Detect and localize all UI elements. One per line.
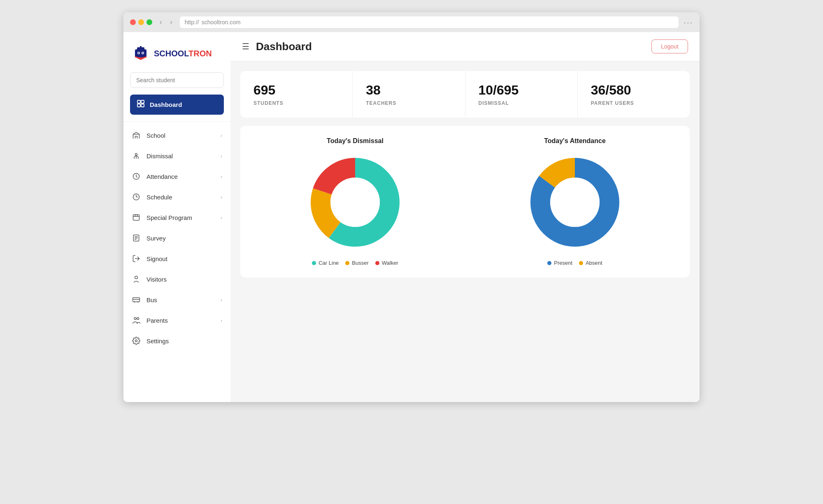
dismissal-label: DISMISSAL	[479, 100, 564, 106]
students-label: STUDENTS	[253, 100, 339, 106]
page-title: Dashboard	[256, 40, 312, 53]
minimize-dot[interactable]	[138, 19, 144, 25]
sidebar-item-schedule[interactable]: Schedule ›	[123, 187, 230, 207]
sidebar-item-bus[interactable]: Bus ›	[123, 289, 230, 310]
legend-busser: Busser	[345, 260, 368, 266]
dashboard-body: 695 STUDENTS 38 TEACHERS 10/695 DISMISSA…	[230, 61, 700, 402]
sidebar-item-survey[interactable]: Survey	[123, 228, 230, 248]
sidebar-item-signout[interactable]: Signout	[123, 248, 230, 269]
dismissal-label: Dismissal	[146, 153, 221, 160]
logo-icon	[132, 44, 150, 62]
sidebar-item-settings[interactable]: Settings	[123, 331, 230, 351]
sidebar-item-dismissal[interactable]: Dismissal ›	[123, 146, 230, 166]
dismissal-chart-title: Today's Dismissal	[327, 137, 384, 145]
special-program-label: Special Program	[146, 214, 221, 221]
present-dot	[547, 261, 551, 265]
svg-rect-24	[133, 298, 140, 302]
svg-point-30	[135, 340, 137, 342]
sidebar-item-special-program[interactable]: Special Program ›	[123, 207, 230, 228]
app-layout: SCHOOLTRON Dashboard	[123, 32, 700, 402]
school-arrow: ›	[221, 132, 222, 139]
charts-card: Today's Dismissal	[240, 126, 690, 277]
address-bar[interactable]: http:// schooltron.com	[180, 16, 679, 28]
parent-users-label: PARENT USERS	[591, 100, 677, 106]
hamburger-icon[interactable]: ☰	[242, 42, 249, 51]
svg-rect-8	[141, 100, 144, 103]
svg-point-11	[135, 153, 137, 155]
dashboard-button[interactable]: Dashboard	[130, 95, 224, 115]
svg-point-34	[330, 178, 380, 227]
legend-present: Present	[547, 260, 572, 266]
stat-teachers: 38 TEACHERS	[353, 71, 465, 118]
maximize-dot[interactable]	[146, 19, 152, 25]
dismissal-legend: Car Line Busser Walker	[312, 260, 398, 266]
main-content: ☰ Dashboard Logout 695 STUDENTS 38 TEACH…	[230, 32, 700, 402]
settings-icon	[132, 336, 141, 345]
sidebar-item-visitors[interactable]: Visitors	[123, 269, 230, 289]
back-button[interactable]: ‹	[157, 18, 164, 27]
stats-card: 695 STUDENTS 38 TEACHERS 10/695 DISMISSA…	[240, 71, 690, 118]
sidebar-item-attendance[interactable]: Attendance ›	[123, 166, 230, 187]
attendance-icon	[132, 172, 141, 181]
bus-arrow: ›	[221, 297, 222, 303]
legend-carline: Car Line	[312, 260, 339, 266]
sidebar-item-school[interactable]: School ›	[123, 125, 230, 146]
signout-icon	[132, 254, 141, 263]
svg-point-27	[137, 302, 139, 303]
search-area	[123, 72, 230, 95]
teachers-label: TEACHERS	[366, 100, 451, 106]
walker-label: Walker	[382, 260, 398, 266]
parents-label: Parents	[146, 317, 221, 324]
nav-divider	[123, 121, 230, 122]
attendance-chart-section: Today's Attendance	[473, 137, 677, 266]
topbar: ☰ Dashboard Logout	[230, 32, 700, 61]
svg-rect-1	[137, 47, 144, 50]
teachers-number: 38	[366, 83, 451, 98]
logo-text: SCHOOLTRON	[154, 49, 212, 58]
busser-dot	[345, 261, 349, 265]
absent-label: Absent	[586, 260, 602, 266]
attendance-legend: Present Absent	[547, 260, 602, 266]
close-dot[interactable]	[130, 19, 136, 25]
dismissal-number: 10/695	[479, 83, 564, 98]
sidebar-item-parents[interactable]: Parents ›	[123, 310, 230, 331]
forward-button[interactable]: ›	[167, 18, 174, 27]
schedule-label: Schedule	[146, 194, 221, 201]
url-protocol: http://	[185, 19, 199, 25]
svg-rect-10	[141, 104, 144, 107]
logout-button[interactable]: Logout	[651, 39, 688, 53]
special-program-icon	[132, 213, 141, 222]
parents-icon	[132, 316, 141, 325]
dismissal-donut	[306, 153, 405, 252]
svg-point-37	[550, 178, 600, 227]
parents-arrow: ›	[221, 317, 222, 324]
svg-rect-7	[137, 100, 140, 103]
present-label: Present	[554, 260, 572, 266]
svg-rect-14	[133, 215, 139, 220]
dashboard-icon	[137, 99, 145, 110]
browser-nav: ‹ ›	[157, 18, 175, 27]
url-domain: schooltron.com	[202, 19, 241, 25]
legend-absent: Absent	[579, 260, 602, 266]
svg-point-5	[138, 53, 139, 54]
browser-toolbar: ‹ › http:// schooltron.com ···	[123, 12, 700, 32]
bus-label: Bus	[146, 296, 221, 303]
svg-rect-0	[135, 49, 146, 58]
schedule-icon	[132, 192, 141, 201]
topbar-left: ☰ Dashboard	[242, 40, 312, 53]
dismissal-arrow: ›	[221, 153, 222, 159]
absent-dot	[579, 261, 583, 265]
attendance-label: Attendance	[146, 173, 221, 180]
svg-rect-2	[140, 46, 142, 48]
svg-point-29	[137, 317, 139, 319]
svg-point-6	[142, 53, 144, 54]
schedule-arrow: ›	[221, 194, 222, 200]
survey-icon	[132, 234, 141, 243]
visitors-label: Visitors	[146, 276, 222, 283]
legend-walker: Walker	[375, 260, 398, 266]
browser-menu-icon[interactable]: ···	[684, 18, 693, 27]
browser-dots	[130, 19, 152, 25]
busser-label: Busser	[352, 260, 368, 266]
stat-dismissal: 10/695 DISMISSAL	[465, 71, 578, 118]
search-input[interactable]	[130, 72, 224, 88]
